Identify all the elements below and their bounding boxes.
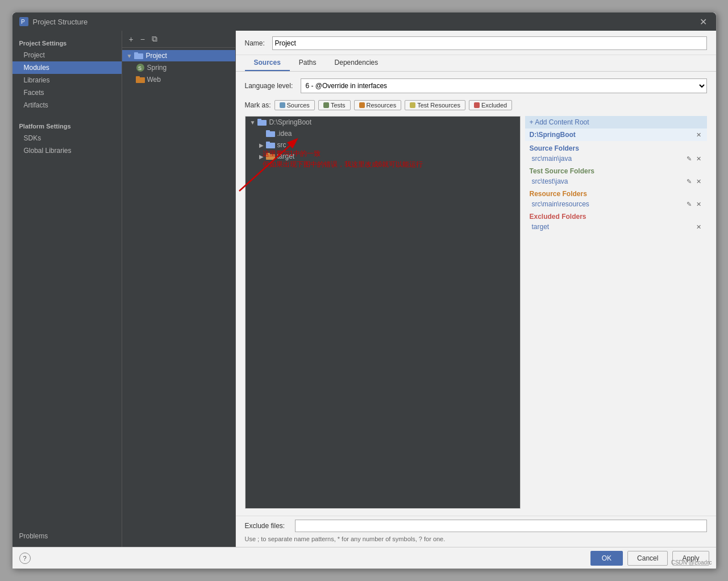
add-content-root-button[interactable]: + Add Content Root	[530, 118, 589, 126]
mark-sources-label: Sources	[287, 102, 310, 109]
tests-color-dot	[323, 102, 329, 108]
sidebar-item-modules[interactable]: Modules	[13, 61, 122, 74]
mark-as-row: Mark as: Sources Tests Resources	[245, 100, 707, 110]
folder-icon	[266, 141, 275, 149]
content-root-path-label: D:\SpringBoot	[530, 131, 576, 139]
name-row: Name:	[236, 31, 716, 55]
mark-sources-button[interactable]: Sources	[274, 100, 315, 110]
mark-excluded-button[interactable]: Excluded	[469, 100, 512, 110]
folder-icon	[266, 152, 275, 160]
close-button[interactable]: ✕	[697, 16, 709, 27]
svg-rect-3	[134, 52, 138, 55]
tree-item-label: Project	[145, 52, 167, 60]
spring-icon: S	[136, 63, 145, 72]
bottom-bar: ? OK Cancel Apply	[13, 547, 716, 568]
resources-color-dot	[359, 102, 365, 108]
sidebar-item-artifacts[interactable]: Artifacts	[13, 99, 122, 111]
test-path-text: src\test\java	[532, 177, 568, 185]
tree-item-spring[interactable]: S Spring	[122, 61, 235, 74]
mark-resources-button[interactable]: Resources	[354, 100, 402, 110]
expand-icon: ▼	[250, 119, 256, 126]
sources-tree-idea[interactable]: ▶ .idea	[246, 128, 520, 139]
add-content-root-row: + Add Content Root	[525, 116, 707, 128]
test-path-item: src\test\java ✎ ✕	[525, 176, 707, 186]
sidebar-item-global-libraries[interactable]: Global Libraries	[13, 144, 122, 157]
folder-open-icon	[134, 52, 143, 60]
edit-test-path-button[interactable]: ✎	[685, 178, 693, 185]
source-path-item: src\main\java ✎ ✕	[525, 153, 707, 164]
exclude-files-input[interactable]	[295, 520, 707, 532]
folder-icon	[266, 130, 275, 138]
remove-content-root-button[interactable]: ✕	[695, 131, 702, 139]
excluded-path-item: target ✕	[525, 222, 707, 232]
tree-item-project[interactable]: ▼ Project	[122, 50, 235, 61]
resource-folders-label: Resource Folders	[525, 186, 707, 199]
resource-path-text: src\main\resources	[532, 200, 589, 208]
language-level-select[interactable]: 6 - @Override in interfaces 5 7 - Diamon…	[301, 78, 707, 93]
tab-paths[interactable]: Paths	[290, 55, 326, 71]
name-input[interactable]	[272, 36, 707, 50]
split-area: ▼ D:\SpringBoot ▶	[245, 116, 707, 509]
mark-testres-label: Test Resources	[417, 102, 460, 109]
sidebar: Project Settings Project Modules Librari…	[13, 31, 122, 547]
tabs-row: Sources Paths Dependencies	[236, 55, 716, 72]
copy-module-button[interactable]: ⧉	[149, 33, 160, 45]
name-label: Name:	[245, 39, 268, 47]
target-label: target	[277, 152, 295, 160]
tree-toolbar: + − ⧉	[122, 31, 235, 48]
svg-text:P: P	[21, 19, 25, 25]
remove-test-path-button[interactable]: ✕	[695, 178, 702, 185]
tree-item-label: Spring	[147, 64, 167, 72]
folder-icon	[257, 118, 267, 126]
svg-rect-11	[266, 130, 270, 132]
sidebar-item-project[interactable]: Project	[13, 49, 122, 61]
tree-item-label: Web	[147, 76, 161, 84]
remove-excluded-path-button[interactable]: ✕	[695, 223, 702, 231]
sources-tree: ▼ D:\SpringBoot ▶	[245, 116, 521, 509]
mark-as-label: Mark as:	[245, 101, 271, 109]
dialog-title: Project Structure	[33, 18, 88, 26]
mark-testres-button[interactable]: Test Resources	[405, 100, 465, 110]
right-info-panel: + Add Content Root D:\SpringBoot ✕ Sourc…	[525, 116, 707, 509]
sidebar-item-facets[interactable]: Facets	[13, 86, 122, 99]
ok-button[interactable]: OK	[590, 551, 623, 566]
main-panel: Name: Sources Paths Dependencies Languag…	[236, 31, 716, 547]
sources-tree-target[interactable]: ▶ target	[246, 151, 520, 162]
content-area: Language level: 6 - @Override in interfa…	[236, 72, 716, 516]
sidebar-item-libraries[interactable]: Libraries	[13, 74, 122, 86]
exclude-hint: Use ; to separate name patterns, * for a…	[236, 536, 716, 547]
source-path-text: src\main\java	[532, 155, 572, 163]
remove-resource-path-button[interactable]: ✕	[695, 201, 702, 208]
source-folders-label: Source Folders	[525, 141, 707, 153]
title-bar: P Project Structure ✕	[13, 13, 716, 31]
tab-dependencies[interactable]: Dependencies	[326, 55, 388, 71]
sources-tree-root[interactable]: ▼ D:\SpringBoot	[246, 117, 520, 128]
sidebar-item-problems[interactable]: Problems	[13, 529, 122, 547]
tab-sources[interactable]: Sources	[245, 55, 290, 71]
add-module-button[interactable]: +	[127, 34, 136, 45]
svg-rect-15	[266, 153, 270, 155]
cancel-button[interactable]: Cancel	[627, 551, 668, 566]
app-icon: P	[19, 17, 28, 26]
sources-tree-src[interactable]: ▶ src	[246, 139, 520, 151]
expand-icon: ▶	[259, 153, 264, 160]
svg-text:S: S	[138, 65, 142, 71]
remove-source-path-button[interactable]: ✕	[695, 155, 702, 163]
remove-module-button[interactable]: −	[138, 34, 147, 45]
edit-resource-path-button[interactable]: ✎	[685, 201, 693, 208]
language-level-label: Language level:	[245, 82, 296, 90]
excluded-color-dot	[474, 102, 480, 108]
exclude-files-row: Exclude files:	[236, 516, 716, 536]
mark-tests-button[interactable]: Tests	[318, 100, 351, 110]
sidebar-item-sdks[interactable]: SDKs	[13, 132, 122, 144]
edit-source-path-button[interactable]: ✎	[685, 155, 693, 163]
help-button[interactable]: ?	[19, 553, 31, 564]
platform-settings-header: Platform Settings	[13, 118, 122, 132]
excluded-folders-label: Excluded Folders	[525, 209, 707, 222]
modules-tree: ▼ Project S Spring	[122, 48, 235, 547]
modules-tree-panel: + − ⧉ ▼ Project	[122, 31, 236, 547]
svg-rect-9	[257, 119, 261, 121]
svg-rect-7	[136, 76, 140, 78]
tree-expand-icon: ▼	[127, 53, 132, 59]
tree-item-web[interactable]: Web	[122, 74, 235, 85]
